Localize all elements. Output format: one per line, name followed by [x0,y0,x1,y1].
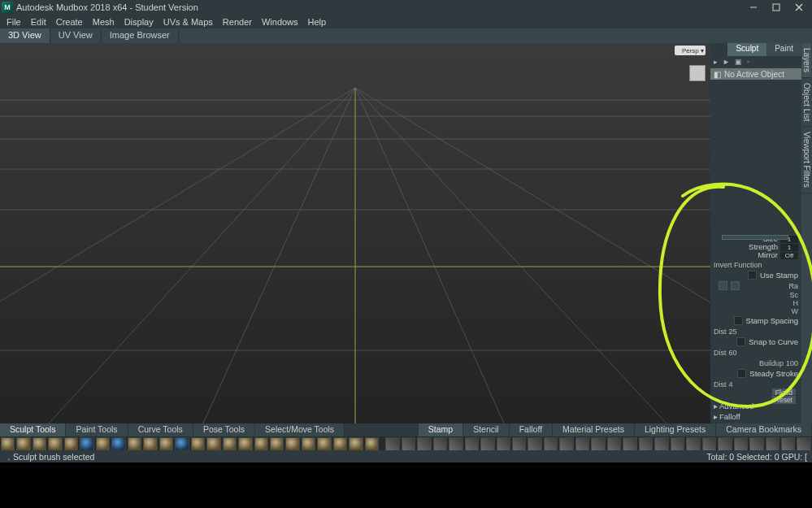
properties-scrollbar-top[interactable] [722,235,788,240]
section-falloff[interactable]: ▸ Falloff [714,411,798,422]
stamp-thumb[interactable] [433,437,447,450]
stamp-thumb[interactable] [654,437,668,450]
buildup-value[interactable]: 100 [786,359,798,367]
menu-help[interactable]: Help [304,17,331,27]
layer-misc-icon[interactable]: ◦ [747,58,749,66]
tray-tab-lighting-presets[interactable]: Lighting Presets [635,423,716,436]
tab-uv-view[interactable]: UV View [50,28,102,43]
layer-next-icon[interactable]: ► [723,58,730,66]
stamp-thumb[interactable] [718,437,732,450]
prop-strength-value[interactable]: 1 [780,244,798,251]
stamp-thumb[interactable] [734,437,748,450]
stamp-thumb[interactable] [497,437,510,450]
view-cube[interactable] [689,65,706,81]
stamp-thumb[interactable] [385,437,399,450]
close-button[interactable] [788,0,810,15]
tool-thumb[interactable] [333,437,347,450]
stamp-thumb[interactable] [607,437,621,450]
stamp-thumb[interactable] [575,437,589,450]
stamp-thumb[interactable] [544,437,558,450]
tray-tab-falloff[interactable]: Falloff [510,423,553,436]
tool-thumb[interactable] [96,437,110,450]
tool-thumb[interactable] [33,437,46,450]
tool-thumb[interactable] [285,437,299,450]
menu-windows[interactable]: Windows [258,17,302,27]
menu-create[interactable]: Create [52,17,87,27]
tool-thumb[interactable] [159,437,173,450]
menu-uvs[interactable]: UVs & Maps [159,17,217,27]
viewport-3d[interactable]: Persp ▾ [0,43,710,423]
menu-file[interactable]: File [2,17,25,27]
stamp-thumb[interactable] [402,437,415,450]
tool-thumb[interactable] [64,437,78,450]
stamp-thumb[interactable] [591,437,605,450]
active-object-slot[interactable]: ◧ No Active Object [710,68,801,80]
steady-stroke-checkbox[interactable] [737,369,746,378]
dist3-value[interactable]: 4 [729,380,733,389]
tray-tab-paint-tools[interactable]: Paint Tools [66,423,128,436]
tool-thumb[interactable] [223,437,237,450]
stamp-thumb[interactable] [766,437,779,450]
stamp-thumb[interactable] [449,437,462,450]
tool-thumb[interactable] [143,437,157,450]
tool-thumb[interactable] [270,437,284,450]
use-stamp-checkbox[interactable] [748,271,757,280]
minimize-button[interactable] [742,0,765,15]
tray-tab-curve-tools[interactable]: Curve Tools [128,423,193,436]
dist1-value[interactable]: 25 [729,328,737,336]
stamp-swatch-2[interactable] [731,281,740,290]
tool-thumb[interactable] [349,437,363,450]
reset-button[interactable]: Reset [771,395,797,405]
tool-thumb[interactable] [1,437,15,450]
tool-thumb[interactable] [238,437,252,450]
camera-mode-dropdown[interactable]: Persp ▾ [675,46,706,55]
tool-thumb[interactable] [317,437,331,450]
visibility-icon[interactable]: ◧ [714,70,721,79]
tool-thumb[interactable] [206,437,220,450]
tool-thumb[interactable] [48,437,62,450]
right-tab-paint[interactable]: Paint [766,43,801,56]
stamp-spacing-checkbox[interactable] [734,316,743,325]
stamp-thumb[interactable] [686,437,700,450]
stamp-thumb[interactable] [559,437,573,450]
side-tab-layers[interactable]: Layers [802,43,811,78]
tool-thumb[interactable] [302,437,315,450]
prop-mirror-value[interactable]: Off [780,252,798,259]
menu-edit[interactable]: Edit [27,17,50,27]
tray-tab-select-tools[interactable]: Select/Move Tools [255,423,345,436]
tool-thumb[interactable] [111,437,125,450]
stamp-thumb[interactable] [639,437,653,450]
dist2-value[interactable]: 60 [729,349,737,357]
stamp-thumb[interactable] [465,437,479,450]
stamp-thumb[interactable] [528,437,541,450]
tray-tab-camera-bookmarks[interactable]: Camera Bookmarks [716,423,812,436]
stamp-thumb[interactable] [512,437,526,450]
tool-thumb[interactable] [128,437,141,450]
tab-3d-view[interactable]: 3D View [0,28,50,43]
menu-render[interactable]: Render [219,17,256,27]
tool-thumb[interactable] [175,437,189,450]
stamp-thumb[interactable] [749,437,763,450]
tray-tab-stamp[interactable]: Stamp [419,423,463,436]
tray-tab-material-presets[interactable]: Material Presets [553,423,635,436]
stamp-thumb[interactable] [781,437,795,450]
tool-thumb[interactable] [365,437,379,450]
maximize-button[interactable] [765,0,788,15]
layer-options-icon[interactable]: ▣ [735,58,742,66]
right-tab-sculpt[interactable]: Sculpt [727,43,766,56]
side-tab-object-list[interactable]: Object List [802,78,811,127]
side-tab-viewport-filters[interactable]: Viewport Filters [802,127,811,193]
stamp-thumb[interactable] [797,437,810,450]
tool-thumb[interactable] [191,437,205,450]
tray-tab-stencil[interactable]: Stencil [463,423,510,436]
tool-thumb[interactable] [16,437,30,450]
snap-to-curve-checkbox[interactable] [736,337,745,346]
stamp-swatch-1[interactable] [719,281,727,290]
stamp-thumb[interactable] [417,437,431,450]
layer-prev-icon[interactable]: ▸ [714,58,718,66]
stamp-thumb[interactable] [702,437,716,450]
stamp-thumb[interactable] [623,437,636,450]
menu-display[interactable]: Display [120,17,158,27]
tab-image-browser[interactable]: Image Browser [102,28,179,43]
stamp-thumb[interactable] [671,437,684,450]
